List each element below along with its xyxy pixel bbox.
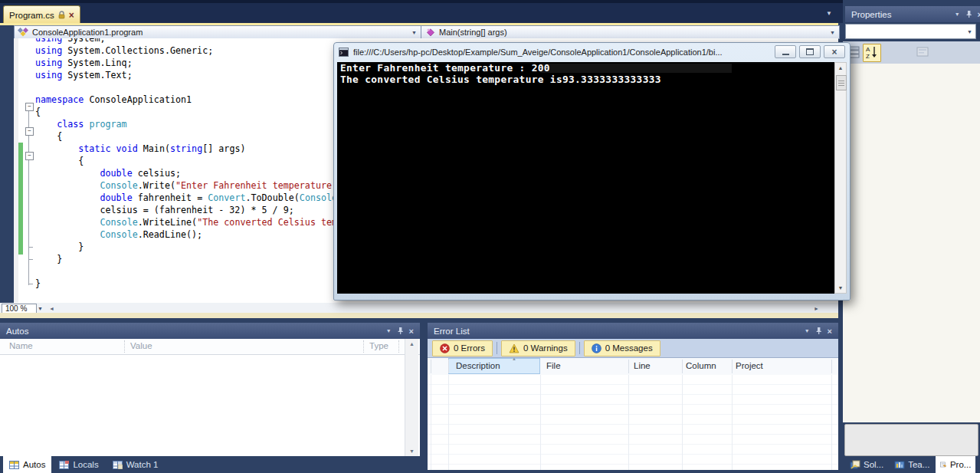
messages-filter-button[interactable]: 0 Messages [584,340,660,356]
chevron-down-icon[interactable]: ▼ [830,30,835,35]
code-line: { [35,155,337,167]
console-title: file:///C:/Users/hp-pc/Desktop/Example/S… [353,48,772,57]
error-list-body[interactable] [428,375,838,470]
properties-title-bar[interactable]: Properties ▼ × [845,6,980,22]
code-line: class program [35,118,337,130]
pin-icon[interactable] [965,10,972,18]
tab-solution-explorer[interactable]: Sol... [845,456,888,473]
code-line: double celsius; [35,167,337,179]
property-pages-icon[interactable] [916,46,930,58]
column-divider [431,360,431,373]
minimize-icon [782,54,789,55]
console-title-bar[interactable]: file:///C:/Users/hp-pc/Desktop/Example/S… [334,43,850,61]
column-header-column[interactable]: Column [686,361,716,370]
error-list-column-headers: ▲ Description File Line Column Project [428,358,838,376]
scrollbar-thumb[interactable] [836,75,847,90]
chevron-down-icon[interactable]: ▼ [411,30,417,35]
console-vscrollbar[interactable]: ▲ ▼ [834,62,847,294]
fold-marker-namespace[interactable]: − [25,103,34,111]
console-window[interactable]: file:///C:/Users/hp-pc/Desktop/Example/S… [333,42,851,301]
console-output[interactable]: Enter Fahrenheit temperature : 200The co… [337,62,834,294]
svg-text:Z: Z [866,53,870,60]
categorized-icon[interactable] [849,46,860,58]
object-selector-combobox[interactable]: ▼ [845,24,976,39]
tab-properties[interactable]: Pro... [936,456,975,473]
window-menu-chevron-icon[interactable]: ▼ [386,328,392,333]
chevron-down-icon[interactable]: ▼ [967,29,972,34]
column-header-type[interactable]: Type [369,341,388,350]
tab-autos[interactable]: Autos [3,456,51,473]
right-tab-strip: Sol... Tea... Pro... [845,456,975,473]
scroll-down-icon[interactable]: ▼ [835,285,846,291]
autos-vscrollbar[interactable]: ▲ ▼ [405,339,418,456]
pin-icon[interactable] [815,327,822,335]
close-icon[interactable]: × [409,327,414,336]
types-dropdown-value: ConsoleApplication1.program [32,28,143,37]
fold-marker-method[interactable]: − [25,152,34,160]
code-line: using System.Collections.Generic; [35,44,337,57]
splitter-strip[interactable] [0,313,838,318]
tab-team-explorer[interactable]: Tea... [890,456,934,473]
warnings-filter-button[interactable]: 0 Warnings [501,340,575,356]
scroll-up-icon[interactable]: ▲ [405,341,418,347]
grid-line [448,375,449,470]
code-line: static void Main(string[] args) [35,143,337,155]
close-button[interactable]: × [824,45,845,58]
tab-label: Locals [73,460,98,469]
column-header-name[interactable]: Name [9,341,33,350]
error-list-toolbar: 0 Errors 0 Warnings 0 Messages [428,339,838,358]
document-list-chevron-icon[interactable]: ▼ [826,10,832,17]
errors-filter-button[interactable]: 0 Errors [432,340,493,356]
pin-icon[interactable] [397,327,404,335]
close-icon[interactable]: × [978,10,980,19]
column-header-description[interactable]: Description [456,361,500,370]
column-header-line[interactable]: Line [634,361,651,370]
console-selection-artifact [540,64,732,73]
autos-title: Autos [6,327,28,336]
error-list-title-bar[interactable]: Error List ▼ × [428,323,838,339]
scroll-up-icon[interactable]: ▲ [835,65,846,71]
column-header-value[interactable]: Value [130,341,152,350]
column-header-project[interactable]: Project [736,361,763,370]
types-dropdown[interactable]: ConsoleApplication1.program ▼ [14,25,421,39]
column-divider[interactable] [628,360,629,373]
minimize-button[interactable] [775,45,796,58]
properties-grid-empty[interactable] [843,64,980,422]
column-header-file[interactable]: File [546,361,561,370]
svg-text:A: A [866,46,870,53]
members-dropdown[interactable]: Main(string[] args) ▼ [421,25,840,39]
column-divider[interactable] [732,360,733,373]
toolbar-separator [579,342,580,354]
console-window-icon [339,48,349,57]
close-icon[interactable]: × [69,11,74,19]
grid-line [732,375,733,470]
code-line [35,265,337,278]
column-divider[interactable] [682,360,683,373]
code-text: using System;using System.Collections.Ge… [35,38,337,290]
toolbar-separator [497,342,497,354]
column-divider[interactable] [124,340,125,353]
autos-panel: Autos ▼ × Name Value Type ▲ ▼ [0,323,420,456]
autos-column-headers[interactable]: Name Value Type [0,339,420,355]
tab-locals[interactable]: Locals [53,456,104,473]
code-line: Console.ReadLine(); [35,228,337,241]
error-list-title: Error List [434,327,470,336]
filter-label: 0 Warnings [523,343,568,353]
autos-tab-icon [9,461,19,469]
autos-title-bar[interactable]: Autos ▼ × [0,323,420,339]
column-divider [448,360,449,373]
tab-program-cs[interactable]: Program.cs × [3,5,80,24]
alphabetical-sort-button[interactable]: AZ [863,44,881,62]
properties-title: Properties [851,10,891,19]
column-divider[interactable] [363,340,364,353]
fold-marker-class[interactable]: − [25,127,34,136]
window-menu-chevron-icon[interactable]: ▼ [805,328,810,333]
tab-watch-1[interactable]: Watch 1 [107,456,165,473]
scroll-down-icon[interactable]: ▼ [405,448,418,454]
tab-label: Program.cs [9,11,54,20]
maximize-button[interactable] [799,45,821,58]
editor-bottom-scroll-row [0,303,838,313]
window-menu-chevron-icon[interactable]: ▼ [955,11,960,17]
outline-end-tick [28,247,33,248]
close-icon[interactable]: × [828,327,832,336]
